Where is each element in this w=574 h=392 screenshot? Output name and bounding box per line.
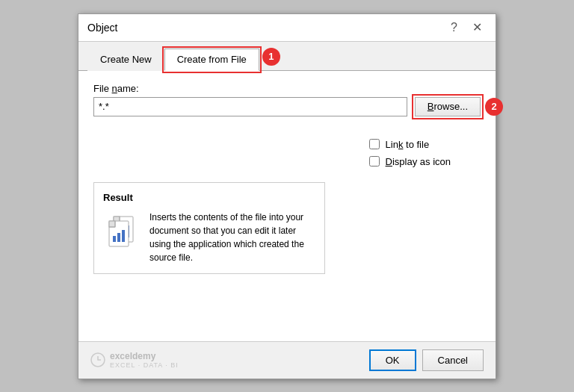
svg-rect-13 [122,230,125,242]
dialog-title: Object [87,22,117,34]
object-dialog: Object ? ✕ Create New Create from File 1… [78,13,496,379]
close-button[interactable]: ✕ [468,20,487,35]
display-as-icon-label[interactable]: Display as icon [386,156,451,167]
result-inner: Inserts the contents of the file into yo… [103,211,315,264]
display-as-icon-checkbox[interactable] [369,156,380,167]
link-to-file-checkbox[interactable] [369,139,380,149]
help-button[interactable]: ? [446,20,462,35]
tab-create-from-file[interactable]: Create from File [164,49,259,71]
cancel-button[interactable]: Cancel [422,349,484,371]
link-to-file-row: Link to file [369,139,451,150]
svg-rect-12 [117,233,120,242]
checkboxes-area: Link to file Display as icon [369,139,451,167]
dialog-footer: exceldemy EXCEL · DATA · BI OK Cancel [78,341,496,379]
watermark-line1: exceldemy [110,351,179,361]
display-as-icon-row: Display as icon [369,156,451,167]
file-name-input[interactable] [93,97,407,116]
dialog-content: File name: Browse... 2 Link to file [78,71,496,341]
svg-rect-11 [113,236,116,242]
tab-bar: Create New Create from File 1 [78,42,496,71]
browse-btn-wrapper: Browse... 2 [415,97,481,116]
result-icon [103,211,142,249]
title-bar: Object ? ✕ [78,14,496,42]
file-name-label: File name: [93,83,481,94]
footer-watermark: exceldemy EXCEL · DATA · BI [90,351,179,369]
tab-create-from-file-label: Create from File [177,54,247,65]
browse-badge: 2 [485,98,503,116]
tab-create-new-label: Create New [100,54,152,65]
watermark-line2: EXCEL · DATA · BI [110,361,179,369]
svg-rect-8 [109,221,115,227]
file-name-section: File name: Browse... 2 [93,83,481,116]
footer-buttons: OK Cancel [369,349,484,371]
tab-badge: 1 [262,48,280,66]
watermark-icon [90,352,105,367]
browse-button[interactable]: Browse... [415,97,481,116]
tab-create-new[interactable]: Create New [87,49,164,71]
link-to-file-label[interactable]: Link to file [386,139,430,150]
file-input-row: Browse... 2 [93,97,481,116]
middle-section: Link to file Display as icon [93,131,481,167]
ok-button[interactable]: OK [369,349,416,371]
result-title: Result [103,192,315,203]
result-box: Result [93,182,325,274]
result-description: Inserts the contents of the file into yo… [149,211,315,264]
